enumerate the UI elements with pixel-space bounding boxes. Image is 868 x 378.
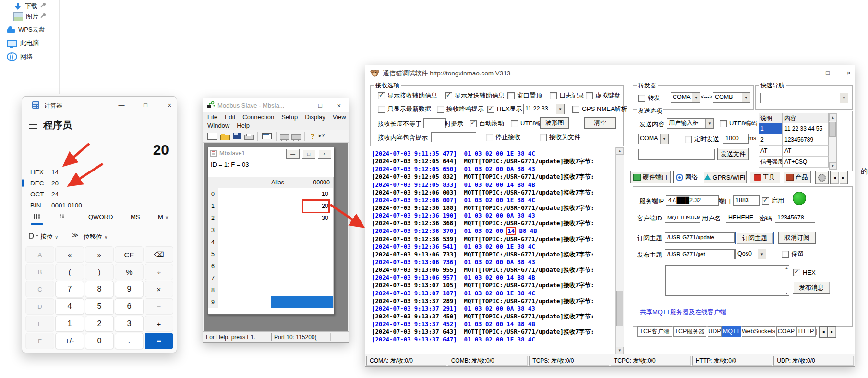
calc-key-+/-[interactable]: +/- (55, 333, 84, 349)
proto-scroll-left[interactable]: ◄ (819, 326, 828, 338)
minimize-button[interactable]: – (795, 67, 809, 78)
base-row-oct[interactable]: OCT24 (22, 189, 177, 200)
protocol-tab-MQTT[interactable]: MQTT (722, 326, 741, 337)
scrollbar-thumb[interactable] (616, 291, 623, 326)
receive-log[interactable]: [2024-07-03 9:11:35 477] 01 03 02 00 1E … (368, 147, 624, 354)
alias-cell[interactable] (218, 284, 288, 296)
publish-topic-input[interactable]: /USR-G771/get (665, 249, 735, 259)
value-cell[interactable] (288, 236, 334, 248)
send-content-dropdown[interactable]: 用户输入框 (667, 118, 714, 129)
password-input[interactable]: 12345678 (775, 213, 815, 223)
forward-checkbox[interactable] (638, 95, 645, 102)
timed-send-checkbox[interactable] (685, 136, 692, 143)
chevron-down-icon[interactable] (840, 93, 848, 103)
quick-content-cell[interactable]: 11 22 33 44 55 (783, 123, 829, 134)
alias-cell[interactable] (218, 248, 288, 260)
table-row[interactable]: 8 (208, 284, 334, 296)
alias-cell[interactable] (218, 212, 288, 224)
desktop-item-3[interactable]: WPS云盘 (7, 25, 60, 34)
subscribe-button[interactable]: 订阅主题 (735, 232, 774, 244)
table-scrollbar[interactable]: ▲ ▼ (829, 113, 837, 170)
calc-key-1[interactable]: 1 (55, 316, 84, 332)
calc-key-7[interactable]: 7 (55, 281, 84, 297)
menu-item-help[interactable]: Help (237, 122, 250, 129)
table-row[interactable]: 4 (208, 236, 334, 248)
full-keypad-icon[interactable] (34, 214, 40, 219)
tab-产品[interactable]: 产品 (783, 171, 811, 183)
maximize-button[interactable]: □ (313, 100, 327, 110)
table-row[interactable]: 230 (208, 212, 334, 224)
scroll-down-icon[interactable]: ▼ (616, 347, 624, 354)
alias-cell[interactable] (218, 188, 288, 200)
value-cell[interactable]: 30 (288, 212, 334, 224)
value-cell[interactable] (288, 284, 334, 296)
menu-item-connection[interactable]: Connection (242, 113, 274, 121)
quick-table-row[interactable]: 2123456789 (759, 134, 829, 146)
table-row[interactable]: 7 (208, 272, 334, 284)
calc-key-)[interactable]: ) (85, 264, 114, 280)
base-row-hex[interactable]: HEX14 (22, 167, 177, 178)
desktop-item-2[interactable]: 图片 (13, 12, 66, 21)
device-icon[interactable] (291, 134, 301, 140)
close-button[interactable]: × (842, 67, 856, 78)
quick-table-row[interactable]: ATAT (759, 146, 829, 157)
calc-key-CE[interactable]: CE (115, 246, 144, 263)
base-row-bin[interactable]: BIN0001 0100 (22, 200, 177, 211)
virtual-keyboard-checkbox[interactable] (586, 92, 593, 99)
calc-key-D[interactable]: D (25, 298, 54, 315)
quick-content-cell[interactable]: AT+CSQ (783, 157, 829, 168)
doc-minimize-button[interactable]: — (286, 149, 300, 159)
quick-name-cell[interactable]: 信号强度 (759, 157, 783, 168)
calc-key-C[interactable]: C (25, 281, 54, 297)
calc-key-−[interactable]: − (145, 298, 173, 315)
selected-cell[interactable] (271, 296, 333, 308)
calc-key-E[interactable]: E (25, 316, 54, 332)
calc-key-»[interactable]: » (85, 246, 114, 263)
minimize-button[interactable]: — (286, 100, 300, 110)
menu-item-window[interactable]: Window (207, 122, 229, 129)
close-button[interactable]: × (162, 99, 177, 110)
desktop-item-1[interactable]: 下载 (13, 2, 66, 11)
value-cell[interactable] (288, 260, 334, 272)
desktop-item-5[interactable]: 网络 (7, 52, 60, 61)
beep-checkbox[interactable] (437, 106, 444, 113)
alias-cell[interactable] (218, 272, 288, 284)
menu-item-file[interactable]: File (207, 113, 217, 121)
maximize-button[interactable]: □ (820, 67, 835, 78)
tab-GPRS/WIFI[interactable]: GPRS/WIFI (703, 171, 747, 183)
value-cell[interactable] (288, 248, 334, 260)
retain-checkbox[interactable] (782, 251, 789, 258)
table-row[interactable]: 3 (208, 224, 334, 236)
bitwise-menu[interactable]: 按位 (40, 232, 58, 241)
memory-menu-button[interactable]: M (158, 213, 169, 220)
calc-key-8[interactable]: 8 (85, 281, 114, 297)
quick-name-cell[interactable]: 2 (759, 134, 783, 146)
qos-dropdown[interactable]: Qos0 (735, 249, 766, 259)
menu-item-edit[interactable]: Edit (225, 113, 235, 121)
protocol-tab-TCP服务器[interactable]: TCP服务器 (673, 326, 706, 337)
calc-key-÷[interactable]: ÷ (145, 264, 173, 280)
quick-content-cell[interactable]: AT (783, 146, 829, 157)
calc-key-3[interactable]: 3 (115, 316, 144, 332)
new-file-icon[interactable] (207, 133, 217, 140)
minimize-button[interactable]: — (114, 99, 129, 110)
menu-item-view[interactable]: View (333, 113, 346, 121)
port-input[interactable]: 1883 (733, 195, 760, 206)
context-help-icon[interactable]: ▸? (319, 133, 327, 140)
hex-sample-dropdown[interactable]: 11 22 33 (523, 104, 565, 114)
menu-item-setup[interactable]: Setup (281, 113, 298, 121)
calc-key-⌫[interactable]: ⌫ (145, 246, 173, 263)
proto-scroll-right[interactable]: ► (828, 326, 836, 338)
table-row[interactable]: 6 (208, 260, 334, 272)
gps-nmea-checkbox[interactable] (572, 106, 579, 113)
alias-cell[interactable] (218, 260, 288, 272)
autoscroll-checkbox[interactable] (470, 120, 477, 127)
value-cell[interactable]: 20 (288, 200, 334, 212)
scroll-down-icon[interactable]: ▼ (785, 292, 788, 295)
menu-item-display[interactable]: Display (305, 113, 326, 121)
quick-content-cell[interactable]: 123456789 (783, 134, 829, 146)
client-id-input[interactable]: MQTTUSR-M (665, 213, 700, 223)
scroll-up-icon[interactable]: ▲ (829, 114, 836, 121)
calc-key-B[interactable]: B (25, 264, 54, 280)
publish-message-textarea[interactable]: ▲ ▼ (665, 265, 789, 296)
